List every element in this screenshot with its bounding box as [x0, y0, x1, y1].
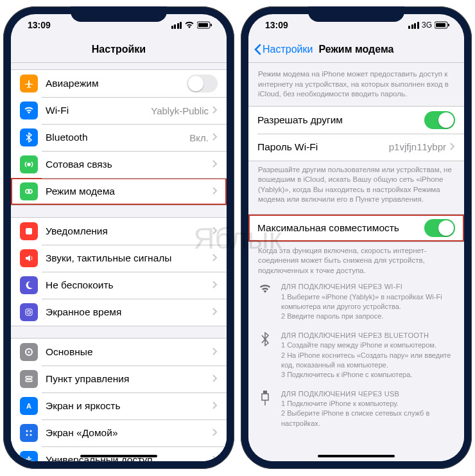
row-wifi[interactable]: Wi-Fi Yablyk-Public: [11, 97, 227, 124]
svg-rect-12: [26, 380, 32, 382]
row-max-compat[interactable]: Максимальная совместимость: [248, 215, 464, 242]
bluetooth-icon: [258, 331, 272, 380]
svg-rect-1: [198, 23, 208, 27]
nav-bar: Настройки Режим модема: [248, 36, 464, 63]
chevron-right-icon: [212, 373, 218, 385]
row-label: Не беспокоить: [46, 279, 212, 291]
info-heading: ДЛЯ ПОДКЛЮЧЕНИЯ ЧЕРЕЗ BLUETOOTH: [281, 331, 454, 340]
svg-text:A: A: [26, 402, 31, 410]
row-label: Разрешать другим: [257, 114, 424, 126]
hotspot-icon: [20, 182, 38, 200]
back-button[interactable]: Настройки: [254, 36, 313, 62]
accessibility-icon: [20, 451, 38, 461]
row-allow-others[interactable]: Разрешать другим: [248, 107, 464, 134]
row-label: Авиарежим: [46, 78, 187, 89]
phone-left: 13:09 Настройки Авиарежим: [3, 6, 234, 469]
row-bluetooth[interactable]: Bluetooth Вкл.: [11, 124, 227, 151]
sounds-icon: [20, 249, 38, 267]
chevron-right-icon: [450, 141, 455, 153]
row-home-screen[interactable]: Экран «Домой»: [11, 419, 227, 446]
row-label: Уведомления: [46, 225, 212, 237]
compat-note: Когда эта функция включена, скорость инт…: [248, 242, 464, 276]
svg-rect-11: [26, 376, 32, 378]
usb-icon: [258, 389, 272, 429]
row-label: Пароль Wi-Fi: [257, 141, 389, 153]
notch: [71, 6, 167, 22]
chevron-right-icon: [212, 454, 218, 461]
info-line: 1 Подключите iPhone к компьютеру.: [281, 399, 454, 409]
row-airplane[interactable]: Авиарежим: [11, 70, 227, 97]
svg-point-16: [26, 434, 28, 436]
svg-rect-6: [26, 228, 32, 234]
wifi-icon: [184, 21, 194, 29]
signal-icon: [171, 22, 182, 29]
chevron-right-icon: [212, 225, 218, 237]
back-label: Настройки: [263, 44, 313, 55]
row-cellular[interactable]: Сотовая связь: [11, 151, 227, 178]
screentime-icon: [20, 303, 38, 321]
info-line: 3 Подключитесь к iPhone с компьютера.: [281, 370, 454, 380]
bluetooth-value: Вкл.: [189, 132, 209, 143]
row-control-center[interactable]: Пункт управления: [11, 366, 227, 392]
dnd-icon: [20, 276, 38, 294]
svg-rect-21: [436, 23, 445, 27]
password-value: p1vjfjn11ybpr: [389, 141, 446, 152]
row-label: Сотовая связь: [46, 159, 212, 170]
signal-icon: [408, 22, 419, 29]
compat-toggle[interactable]: [424, 219, 455, 237]
page-title: Режим модема: [319, 44, 394, 55]
row-general[interactable]: Основные: [11, 339, 227, 366]
notch: [308, 6, 404, 22]
battery-icon: [197, 21, 212, 29]
svg-point-5: [28, 190, 32, 193]
wifi-icon: [258, 282, 272, 322]
home-screen-icon: [20, 424, 38, 442]
cellular-icon: [20, 155, 38, 173]
info-line: 1 Создайте пару между iPhone и компьютер…: [281, 340, 454, 350]
allow-note: Разрешайте другим пользователям или устр…: [248, 161, 464, 205]
status-time: 13:09: [28, 20, 51, 30]
row-display[interactable]: A Экран и яркость: [11, 392, 227, 419]
svg-point-15: [30, 430, 32, 432]
control-center-icon: [20, 370, 38, 388]
page-title: Настройки: [92, 44, 146, 55]
display-icon: A: [20, 397, 38, 415]
row-notifications[interactable]: Уведомления: [11, 218, 227, 245]
info-wifi: ДЛЯ ПОДКЛЮЧЕНИЯ ЧЕРЕЗ WI-FI 1 Выберите «…: [248, 276, 464, 324]
svg-point-17: [30, 434, 32, 436]
row-hotspot[interactable]: Режим модема: [11, 178, 227, 205]
svg-point-14: [26, 430, 28, 432]
info-bluetooth: ДЛЯ ПОДКЛЮЧЕНИЯ ЧЕРЕЗ BLUETOOTH 1 Создай…: [248, 324, 464, 383]
chevron-right-icon: [212, 279, 218, 291]
row-label: Звуки, тактильные сигналы: [46, 252, 212, 264]
row-sounds[interactable]: Звуки, тактильные сигналы: [11, 245, 227, 272]
row-label: Основные: [46, 346, 212, 358]
wifi-value: Yablyk-Public: [151, 105, 209, 116]
airplane-icon: [20, 75, 38, 93]
row-accessibility[interactable]: Универсальный доступ: [11, 446, 227, 461]
notifications-icon: [20, 222, 38, 240]
row-label: Экран «Домой»: [46, 427, 212, 439]
row-label: Экран и яркость: [46, 400, 212, 412]
info-heading: ДЛЯ ПОДКЛЮЧЕНИЯ ЧЕРЕЗ WI-FI: [281, 282, 454, 292]
svg-rect-22: [448, 24, 449, 26]
row-dnd[interactable]: Не беспокоить: [11, 272, 227, 299]
phone-right: 13:09 3G Настройки Режим модема Режим мо…: [241, 6, 472, 469]
intro-note: Режим модема на iPhone может предоставит…: [248, 63, 464, 100]
row-password[interactable]: Пароль Wi-Fi p1vjfjn11ybpr: [248, 134, 464, 161]
row-screentime[interactable]: Экранное время: [11, 299, 227, 326]
chevron-right-icon: [212, 132, 218, 143]
svg-rect-2: [211, 24, 212, 26]
nav-bar: Настройки: [11, 36, 227, 63]
wifi-icon: [20, 101, 38, 119]
info-line: 2 Выберите iPhone в списке сетевых служб…: [281, 409, 454, 428]
svg-point-18: [28, 457, 30, 459]
info-line: 1 Выберите «iPhone (Yablyk)» в настройка…: [281, 292, 454, 312]
allow-toggle[interactable]: [424, 111, 455, 129]
row-label: Экранное время: [46, 306, 212, 318]
battery-icon: [435, 21, 450, 29]
airplane-toggle[interactable]: [187, 75, 218, 93]
home-indicator: [318, 455, 395, 457]
svg-rect-24: [262, 394, 268, 400]
chevron-right-icon: [212, 105, 218, 116]
